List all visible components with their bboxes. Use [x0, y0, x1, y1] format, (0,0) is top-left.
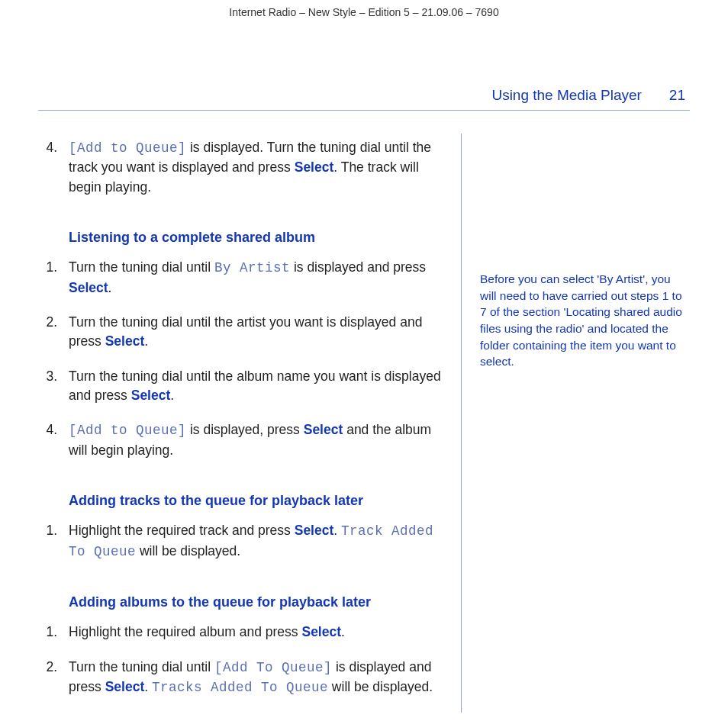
select-label: Select: [304, 422, 343, 437]
subhead-albums-queue: Adding albums to the queue for playback …: [69, 592, 443, 612]
body-text: .: [341, 624, 345, 639]
body-text: is displayed, press: [186, 422, 304, 437]
body-text: Turn the tuning dial until: [69, 259, 214, 275]
select-label: Select: [295, 159, 334, 175]
select-label: Select: [295, 523, 334, 538]
side-note: Before you can select 'By Artist', you w…: [480, 271, 690, 370]
columns: [Add to Queue] is displayed. Turn the tu…: [38, 134, 690, 713]
subhead-listening: Listening to a complete shared album: [69, 227, 443, 247]
lcd-text: By Artist: [214, 260, 290, 275]
body-text: Highlight the required track and press: [69, 523, 295, 538]
select-label: Select: [301, 624, 341, 639]
body-text: .: [144, 679, 152, 694]
body-text: .: [333, 523, 341, 538]
lcd-text: [Add to Queue]: [69, 423, 186, 438]
step-3: Turn the tuning dial until the album nam…: [61, 367, 443, 406]
section-title: Using the Media Player: [491, 87, 641, 104]
tracks-queue-steps: Highlight the required track and press S…: [38, 521, 443, 562]
main-column: [Add to Queue] is displayed. Turn the tu…: [38, 134, 461, 713]
header-rule: [38, 110, 690, 111]
intro-step-4: [Add to Queue] is displayed. Turn the tu…: [61, 138, 443, 197]
page: Internet Radio – New Style – Edition 5 –…: [0, 0, 728, 721]
step-2: Turn the tuning dial until [Add To Queue…: [61, 658, 443, 698]
step-4: [Add to Queue] is displayed, press Selec…: [61, 420, 443, 460]
step-1: Highlight the required track and press S…: [61, 521, 443, 562]
body-text: Turn the tuning dial until the album nam…: [69, 369, 441, 403]
subhead-tracks-queue: Adding tracks to the queue for playback …: [69, 491, 443, 510]
lcd-text: [Add To Queue]: [214, 660, 332, 675]
document-header: Internet Radio – New Style – Edition 5 –…: [38, 6, 690, 18]
body-text: Turn the tuning dial until: [69, 659, 214, 674]
title-row: Using the Media Player 21: [38, 87, 690, 104]
body-text: .: [108, 280, 112, 295]
albums-queue-steps: Highlight the required album and press S…: [38, 623, 443, 697]
step-1: Turn the tuning dial until By Artist is …: [61, 258, 443, 298]
step-2: Turn the tuning dial until the artist yo…: [61, 313, 443, 352]
intro-list: [Add to Queue] is displayed. Turn the tu…: [38, 138, 443, 197]
body-text: is displayed and press: [290, 259, 426, 275]
listening-steps: Turn the tuning dial until By Artist is …: [38, 258, 443, 460]
lcd-text: Tracks Added To Queue: [152, 680, 328, 695]
select-label: Select: [131, 388, 171, 403]
body-text: will be displayed.: [328, 679, 433, 694]
select-label: Select: [69, 280, 108, 295]
step-1: Highlight the required album and press S…: [61, 623, 443, 642]
side-column: Before you can select 'By Artist', you w…: [461, 134, 690, 713]
lcd-text: [Add to Queue]: [69, 140, 186, 156]
select-label: Select: [105, 679, 145, 694]
select-label: Select: [105, 333, 145, 349]
page-number: 21: [669, 87, 685, 104]
body-text: will be displayed.: [136, 543, 240, 558]
body-text: .: [144, 333, 148, 349]
body-text: Highlight the required album and press: [69, 624, 301, 639]
body-text: .: [170, 388, 174, 403]
